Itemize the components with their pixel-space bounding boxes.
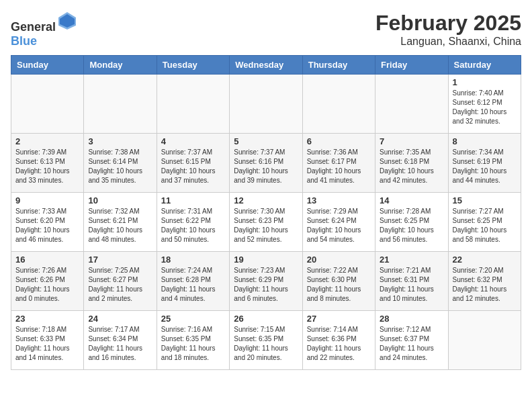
day-info: Sunrise: 7:23 AM Sunset: 6:29 PM Dayligh… [234,266,298,304]
calendar-day-cell: 21Sunrise: 7:21 AM Sunset: 6:31 PM Dayli… [375,252,448,311]
calendar-table: SundayMondayTuesdayWednesdayThursdayFrid… [11,55,521,370]
calendar-week-row: 1Sunrise: 7:40 AM Sunset: 6:12 PM Daylig… [11,75,521,134]
calendar-title: February 2025 [375,11,521,36]
day-number: 10 [88,195,152,205]
calendar-day-cell: 10Sunrise: 7:32 AM Sunset: 6:21 PM Dayli… [84,193,157,252]
day-info: Sunrise: 7:33 AM Sunset: 6:20 PM Dayligh… [15,207,79,244]
day-info: Sunrise: 7:29 AM Sunset: 6:24 PM Dayligh… [307,207,371,244]
calendar-day-cell: 8Sunrise: 7:34 AM Sunset: 6:19 PM Daylig… [448,134,521,193]
day-number: 11 [161,195,225,205]
calendar-day-cell [230,75,302,134]
calendar-day-cell [302,75,375,134]
day-number: 27 [307,314,371,324]
calendar-week-row: 2Sunrise: 7:39 AM Sunset: 6:13 PM Daylig… [11,134,521,193]
logo-blue: Blue [11,34,37,48]
day-info: Sunrise: 7:36 AM Sunset: 6:17 PM Dayligh… [307,148,371,185]
logo-general: General [11,20,56,34]
calendar-day-cell: 24Sunrise: 7:17 AM Sunset: 6:34 PM Dayli… [84,311,157,370]
calendar-day-cell: 19Sunrise: 7:23 AM Sunset: 6:29 PM Dayli… [230,252,302,311]
day-info: Sunrise: 7:17 AM Sunset: 6:34 PM Dayligh… [88,325,152,363]
day-info: Sunrise: 7:25 AM Sunset: 6:27 PM Dayligh… [88,266,152,304]
day-info: Sunrise: 7:37 AM Sunset: 6:16 PM Dayligh… [234,148,298,185]
title-block: February 2025 Languan, Shaanxi, China [375,11,521,48]
calendar-header-row: SundayMondayTuesdayWednesdayThursdayFrid… [11,56,521,75]
day-info: Sunrise: 7:30 AM Sunset: 6:23 PM Dayligh… [234,207,298,244]
day-number: 6 [307,136,371,146]
day-number: 12 [234,195,298,205]
calendar-day-cell: 26Sunrise: 7:15 AM Sunset: 6:35 PM Dayli… [230,311,302,370]
day-number: 21 [380,255,443,265]
day-number: 18 [161,255,225,265]
weekday-header: Wednesday [230,56,302,75]
day-number: 1 [453,77,517,87]
calendar-day-cell: 4Sunrise: 7:37 AM Sunset: 6:15 PM Daylig… [157,134,229,193]
calendar-week-row: 9Sunrise: 7:33 AM Sunset: 6:20 PM Daylig… [11,193,521,252]
calendar-day-cell: 5Sunrise: 7:37 AM Sunset: 6:16 PM Daylig… [230,134,302,193]
calendar-day-cell: 16Sunrise: 7:26 AM Sunset: 6:26 PM Dayli… [11,252,84,311]
day-info: Sunrise: 7:20 AM Sunset: 6:32 PM Dayligh… [453,266,517,304]
day-info: Sunrise: 7:16 AM Sunset: 6:35 PM Dayligh… [161,325,225,363]
day-number: 23 [15,314,79,324]
weekday-header: Tuesday [157,56,229,75]
day-number: 3 [88,136,152,146]
logo-text: General Blue [11,11,77,48]
calendar-day-cell: 7Sunrise: 7:35 AM Sunset: 6:18 PM Daylig… [375,134,448,193]
day-number: 28 [380,314,443,324]
calendar-day-cell: 13Sunrise: 7:29 AM Sunset: 6:24 PM Dayli… [302,193,375,252]
calendar-day-cell: 12Sunrise: 7:30 AM Sunset: 6:23 PM Dayli… [230,193,302,252]
day-number: 16 [15,255,79,265]
day-info: Sunrise: 7:26 AM Sunset: 6:26 PM Dayligh… [15,266,79,304]
weekday-header: Friday [375,56,448,75]
day-number: 25 [161,314,225,324]
day-info: Sunrise: 7:38 AM Sunset: 6:14 PM Dayligh… [88,148,152,185]
page-header: General Blue February 2025 Languan, Shaa… [11,11,521,48]
day-number: 14 [380,195,443,205]
calendar-day-cell: 11Sunrise: 7:31 AM Sunset: 6:22 PM Dayli… [157,193,229,252]
day-number: 7 [380,136,443,146]
day-number: 4 [161,136,225,146]
day-info: Sunrise: 7:27 AM Sunset: 6:25 PM Dayligh… [453,207,517,244]
day-number: 26 [234,314,298,324]
day-number: 2 [15,136,79,146]
logo-icon [57,11,77,31]
day-number: 9 [15,195,79,205]
day-info: Sunrise: 7:31 AM Sunset: 6:22 PM Dayligh… [161,207,225,244]
weekday-header: Saturday [448,56,521,75]
calendar-day-cell: 9Sunrise: 7:33 AM Sunset: 6:20 PM Daylig… [11,193,84,252]
calendar-subtitle: Languan, Shaanxi, China [375,36,521,48]
day-info: Sunrise: 7:12 AM Sunset: 6:37 PM Dayligh… [380,325,443,363]
day-info: Sunrise: 7:22 AM Sunset: 6:30 PM Dayligh… [307,266,371,304]
day-info: Sunrise: 7:18 AM Sunset: 6:33 PM Dayligh… [15,325,79,363]
calendar-day-cell: 17Sunrise: 7:25 AM Sunset: 6:27 PM Dayli… [84,252,157,311]
day-number: 24 [88,314,152,324]
day-info: Sunrise: 7:24 AM Sunset: 6:28 PM Dayligh… [161,266,225,304]
day-info: Sunrise: 7:15 AM Sunset: 6:35 PM Dayligh… [234,325,298,363]
calendar-day-cell: 27Sunrise: 7:14 AM Sunset: 6:36 PM Dayli… [302,311,375,370]
calendar-week-row: 23Sunrise: 7:18 AM Sunset: 6:33 PM Dayli… [11,311,521,370]
day-info: Sunrise: 7:28 AM Sunset: 6:25 PM Dayligh… [380,207,443,244]
calendar-day-cell [375,75,448,134]
calendar-day-cell: 20Sunrise: 7:22 AM Sunset: 6:30 PM Dayli… [302,252,375,311]
calendar-day-cell: 6Sunrise: 7:36 AM Sunset: 6:17 PM Daylig… [302,134,375,193]
calendar-day-cell: 23Sunrise: 7:18 AM Sunset: 6:33 PM Dayli… [11,311,84,370]
day-info: Sunrise: 7:21 AM Sunset: 6:31 PM Dayligh… [380,266,443,304]
calendar-day-cell: 22Sunrise: 7:20 AM Sunset: 6:32 PM Dayli… [448,252,521,311]
weekday-header: Sunday [11,56,84,75]
day-info: Sunrise: 7:34 AM Sunset: 6:19 PM Dayligh… [453,148,517,185]
day-number: 22 [453,255,517,265]
calendar-day-cell [157,75,229,134]
calendar-day-cell: 18Sunrise: 7:24 AM Sunset: 6:28 PM Dayli… [157,252,229,311]
calendar-day-cell [84,75,157,134]
day-number: 15 [453,195,517,205]
calendar-day-cell: 28Sunrise: 7:12 AM Sunset: 6:37 PM Dayli… [375,311,448,370]
calendar-day-cell [11,75,84,134]
calendar-day-cell: 25Sunrise: 7:16 AM Sunset: 6:35 PM Dayli… [157,311,229,370]
day-info: Sunrise: 7:35 AM Sunset: 6:18 PM Dayligh… [380,148,443,185]
day-number: 17 [88,255,152,265]
day-number: 20 [307,255,371,265]
calendar-day-cell: 2Sunrise: 7:39 AM Sunset: 6:13 PM Daylig… [11,134,84,193]
calendar-day-cell: 15Sunrise: 7:27 AM Sunset: 6:25 PM Dayli… [448,193,521,252]
calendar-day-cell: 14Sunrise: 7:28 AM Sunset: 6:25 PM Dayli… [375,193,448,252]
day-info: Sunrise: 7:39 AM Sunset: 6:13 PM Dayligh… [15,148,79,185]
day-info: Sunrise: 7:40 AM Sunset: 6:12 PM Dayligh… [453,89,517,126]
